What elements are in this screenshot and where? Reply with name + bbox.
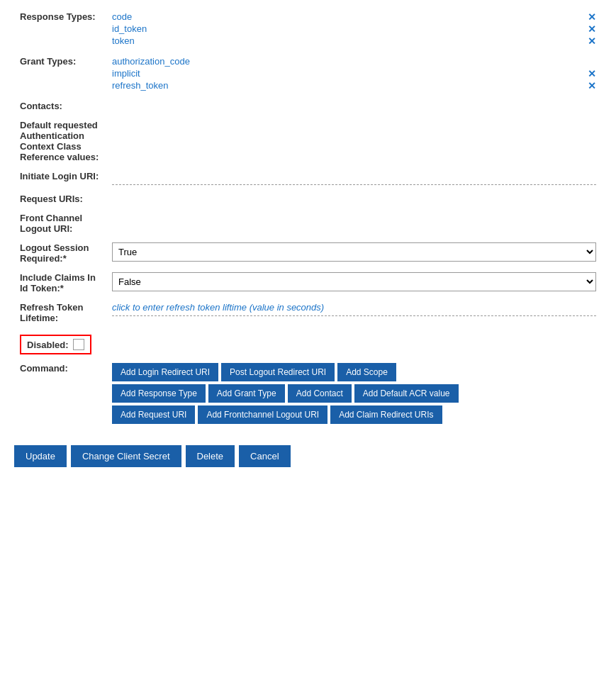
logout-session-value[interactable]: True False [106,238,602,268]
initiate-login-uri-value[interactable] [106,167,602,189]
acr-label: Default requested Authentication Context… [14,116,106,167]
disabled-section: Disabled: [14,328,106,359]
contacts-label: Contacts: [14,96,106,116]
add-grant-type-button[interactable]: Add Grant Type [208,384,285,403]
refresh-token-link[interactable]: click to enter refresh token liftime (va… [112,302,596,316]
front-channel-label: Front Channel Logout URI: [14,208,106,238]
refresh-token-value[interactable]: click to enter refresh token liftime (va… [106,298,602,328]
command-buttons-row-1: Add Login Redirect URI Post Logout Redir… [112,363,596,381]
grant-type-row-auth-code: authorization_code ✕ [112,56,596,67]
request-uris-label: Request URIs: [14,189,106,208]
grant-type-implicit: implicit [112,68,140,79]
bottom-buttons-area: Update Change Client Secret Delete Cance… [14,445,602,467]
delete-response-type-code[interactable]: ✕ [588,12,596,22]
grant-type-refresh-token: refresh_token [112,80,169,91]
disabled-row-container: Disabled: [20,335,91,354]
cancel-button[interactable]: Cancel [239,445,290,467]
delete-response-type-token[interactable]: ✕ [588,36,596,46]
disabled-checkbox[interactable] [73,339,84,350]
command-buttons-row-2: Add Response Type Add Grant Type Add Con… [112,384,596,403]
delete-button[interactable]: Delete [186,445,235,467]
grant-type-row-implicit: implicit ✕ [112,68,596,79]
grant-types-values: authorization_code ✕ implicit ✕ refresh_… [106,52,602,96]
command-buttons-area: Add Login Redirect URI Post Logout Redir… [106,359,602,431]
add-contact-button[interactable]: Add Contact [288,384,352,403]
post-logout-redirect-uri-button[interactable]: Post Logout Redirect URI [221,363,335,381]
response-type-code: code [112,11,132,22]
add-frontchannel-logout-uri-button[interactable]: Add Frontchannel Logout URI [198,405,327,424]
add-scope-button[interactable]: Add Scope [337,363,396,381]
response-type-id-token: id_token [112,23,147,34]
include-claims-label: Include Claims In Id Token:* [14,268,106,298]
initiate-login-uri-label: Initiate Login URI: [14,167,106,189]
delete-grant-type-refresh-token[interactable]: ✕ [588,81,596,91]
response-type-row-code: code ✕ [112,11,596,22]
change-client-secret-button[interactable]: Change Client Secret [71,445,181,467]
acr-value [106,116,602,167]
response-type-row-token: token ✕ [112,35,596,46]
response-type-token: token [112,35,135,46]
add-claim-redirect-uris-button[interactable]: Add Claim Redirect URIs [330,405,442,424]
initiate-login-uri-input[interactable] [112,171,596,185]
refresh-token-label: Refresh Token Lifetime: [14,298,106,328]
grant-types-label: Grant Types: [14,52,106,96]
response-types-label: Response Types: [14,7,106,52]
update-button[interactable]: Update [14,445,67,467]
disabled-value [106,328,602,359]
command-label: Command: [14,359,106,431]
add-default-acr-value-button[interactable]: Add Default ACR value [354,384,459,403]
delete-response-type-id-token[interactable]: ✕ [588,24,596,34]
logout-session-label: Logout Session Required:* [14,238,106,268]
front-channel-value [106,208,602,238]
request-uris-value [106,189,602,208]
add-login-redirect-uri-button[interactable]: Add Login Redirect URI [112,363,218,381]
add-request-uri-button[interactable]: Add Request URI [112,405,195,424]
grant-type-row-refresh-token: refresh_token ✕ [112,80,596,91]
grant-type-authorization-code: authorization_code [112,56,190,67]
response-types-values: code ✕ id_token ✕ token ✕ [106,7,602,52]
delete-grant-type-implicit[interactable]: ✕ [588,69,596,79]
logout-session-select[interactable]: True False [112,242,596,262]
contacts-value [106,96,602,116]
response-type-row-id-token: id_token ✕ [112,23,596,34]
include-claims-select[interactable]: True False [112,272,596,291]
add-response-type-button[interactable]: Add Response Type [112,384,206,403]
include-claims-value[interactable]: True False [106,268,602,298]
command-buttons-row-3: Add Request URI Add Frontchannel Logout … [112,405,596,424]
disabled-label: Disabled: [27,340,69,350]
